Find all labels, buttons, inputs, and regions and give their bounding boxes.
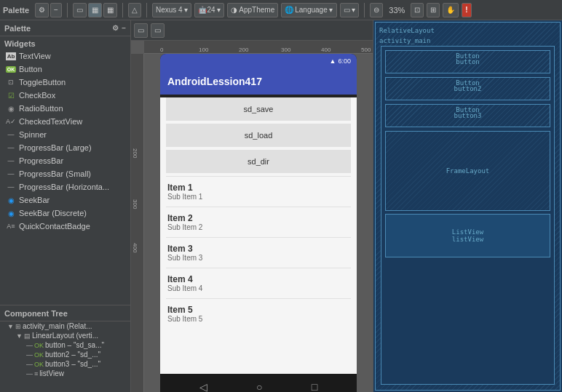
palette-item-checkbox[interactable]: ☑ CheckBox [0,89,130,102]
spinner-icon: — [6,129,16,140]
progressbar-label: ProgressBar [19,156,63,165]
list-item-1-sub: Sub Item 1 [167,193,349,201]
palette-panel: Palette ⚙ − Widgets Ab TextView OK Butto… [0,20,131,392]
warning-button[interactable]: ! [462,3,471,17]
palette-item-spinner[interactable]: — Spinner [0,128,130,141]
listview-label: listView [39,369,64,377]
language-dropdown[interactable]: 🌐 Language ▾ [281,3,336,17]
palette-search-icon[interactable]: − [122,24,126,32]
blueprint-listview: ListView listView [385,214,550,257]
palette-item-radiobutton[interactable]: ◉ RadioButton [0,102,130,115]
blueprint-button3-label: Button [456,106,480,113]
grid-btn1[interactable]: ▭ [73,3,87,17]
tree-item-activity-main[interactable]: ▼ ⊞ activity_main (Relat... [0,321,130,331]
list-item-1[interactable]: Item 1 Sub Item 1 [160,177,357,207]
canvas-viewport[interactable]: 0 100 200 300 400 500 200 300 400 ▲ 6:00 [131,41,373,392]
phone-btn-load[interactable]: sd_load [166,124,351,147]
button-icon: OK [6,64,16,74]
textview-label: TextView [19,52,51,60]
list-item-5[interactable]: Item 5 Sub Item 5 [160,299,357,329]
list-item-3-title: Item 3 [167,244,349,254]
list-item-2[interactable]: Item 2 Sub Item 2 [160,207,357,237]
palette-section-widgets: Widgets [0,38,130,49]
palette-item-seekbar[interactable]: ◉ SeekBar [0,193,130,207]
nav-recents-icon[interactable]: □ [312,381,317,392]
nav-back-icon[interactable]: ◁ [199,381,207,392]
palette-item-progressbar-large[interactable]: — ProgressBar (Large) [0,141,130,154]
zoom-percent: 33% [386,6,408,15]
list-item-2-sub: Sub Item 2 [167,223,349,231]
blueprint-inner-area: Button button Button button2 Button butt… [381,46,555,385]
linearlayout-icon: ▤ [24,332,31,340]
expand-activity-main[interactable]: ▼ [7,323,14,330]
progressbar-small-label: ProgressBar (Small) [19,169,91,178]
button3-label: button3 – "sd_..." [45,360,100,368]
palette-item-textview[interactable]: Ab TextView [0,49,130,63]
blueprint-listview-label: ListView [452,228,483,236]
shape-btn[interactable]: △ [128,3,141,17]
phone-action-bar: AndroidLession417 [160,68,357,95]
expand-linearlayout[interactable]: ▼ [16,332,23,340]
canvas-btn1[interactable]: ▭ [134,23,148,38]
button1-label: button – "sd_sa..." [45,341,104,349]
palette-item-quickcontactbadge[interactable]: A≡ QuickContactBadge [0,220,130,233]
ruler-h-0: 0 [160,47,163,53]
api-label: 24 ▾ [207,6,221,14]
main-layout: Palette ⚙ − Widgets Ab TextView OK Butto… [0,20,562,392]
palette-settings-icon[interactable]: ⚙ [112,24,119,32]
list-item-4[interactable]: Item 4 Sub Item 4 [160,268,357,298]
phone-content: sd_save sd_load sd_dir Item 1 Sub Item 1… [160,97,357,374]
tree-item-button3[interactable]: — OK button3 – "sd_..." [0,359,130,369]
blueprint-listview-sublabel: listView [452,236,483,243]
phone-btn-dir[interactable]: sd_dir [166,150,351,173]
grid-btn3[interactable]: ▦ [103,3,117,17]
textview-icon: Ab [6,51,16,61]
quickcontactbadge-label: QuickContactBadge [19,222,90,231]
list-item-4-title: Item 4 [167,274,349,284]
screen-dropdown[interactable]: ▭ ▾ [340,3,360,17]
fullscreen-button[interactable]: ⊞ [427,3,440,17]
tree-item-button2[interactable]: — OK button2 – "sd_..." [0,350,130,359]
radiobutton-label: RadioButton [19,104,63,113]
palette-item-progressbar[interactable]: — ProgressBar [0,154,130,167]
zoom-out-button[interactable]: ⊖ [370,3,383,17]
tree-item-linearlayout[interactable]: ▼ ▤ LinearLayout (verti... [0,331,130,340]
radiobutton-icon: ◉ [6,103,16,113]
theme-dropdown[interactable]: ◑ AppTheme [227,3,278,17]
ruler-horizontal: 0 100 200 300 400 500 [144,41,373,54]
checkbox-icon: ☑ [6,90,16,100]
hand-button[interactable]: ✋ [443,3,459,17]
ruler-h-300: 300 [281,47,290,53]
sep4 [364,3,365,17]
progressbar-large-label: ProgressBar (Large) [19,143,92,152]
list-item-3[interactable]: Item 3 Sub Item 3 [160,238,357,268]
palette-item-seekbar-discrete[interactable]: ◉ SeekBar (Discrete) [0,207,130,220]
gear-button[interactable]: ⚙ [35,3,49,17]
palette-item-progressbar-horiz[interactable]: — ProgressBar (Horizonta... [0,180,130,193]
list-item-5-sub: Sub Item 5 [167,315,349,323]
grid-btn2[interactable]: ▦ [88,3,102,17]
palette-item-checkedtextview[interactable]: A✓ CheckedTextView [0,115,130,128]
nav-home-icon[interactable]: ○ [256,381,262,392]
device-label: Nexus 4 ▾ [156,6,188,14]
device-dropdown[interactable]: Nexus 4 ▾ [152,3,191,17]
palette-item-togglebutton[interactable]: ⊡ ToggleButton [0,76,130,89]
phone-nav-bar: ◁ ○ □ [160,374,357,392]
tree-item-button1[interactable]: — OK button – "sd_sa..." [0,340,130,350]
palette-item-button[interactable]: OK Button [0,63,130,76]
checkedtextview-label: CheckedTextView [19,117,82,126]
tree-item-listview[interactable]: — ≡ listView [0,369,130,378]
blueprint-button3: Button button3 [385,104,550,127]
canvas-btn2[interactable]: ▭ [151,23,165,38]
phone-btn-save[interactable]: sd_save [166,97,351,121]
ruler-h-100: 100 [199,47,208,53]
component-tree-title: Component Tree [4,309,68,318]
blueprint-framelayout: FrameLayout [385,131,550,211]
palette-item-progressbar-small[interactable]: — ProgressBar (Small) [0,167,130,180]
fit-button[interactable]: ⊡ [411,3,424,17]
list-item-2-title: Item 2 [167,213,349,223]
api-dropdown[interactable]: 🤖 24 ▾ [194,3,224,17]
minus-button[interactable]: − [50,3,62,17]
phone-mockup: ▲ 6:00 AndroidLession417 sd_save sd_load… [160,54,357,392]
app-name: AndroidLession417 [167,76,262,87]
